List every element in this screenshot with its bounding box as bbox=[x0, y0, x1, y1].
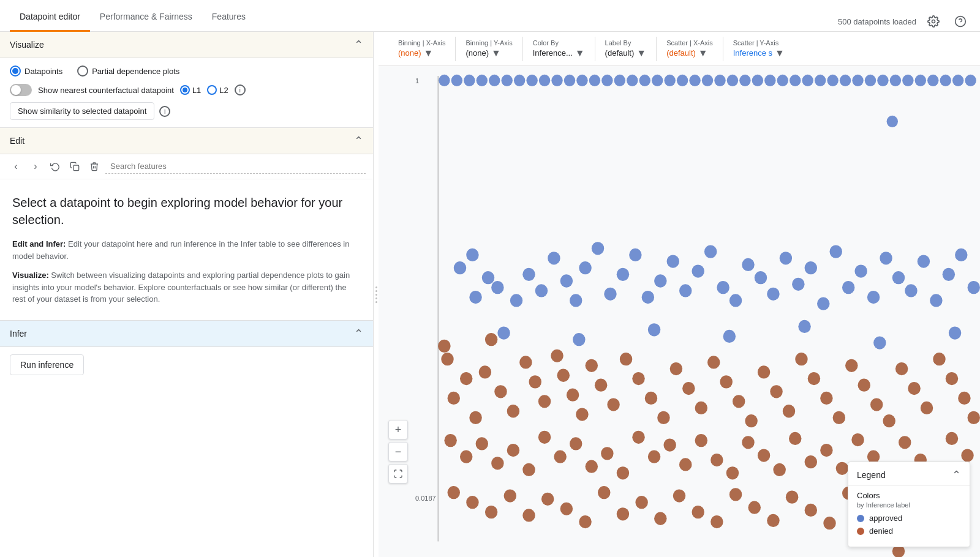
legend-collapse-btn[interactable]: ⌃ bbox=[952, 468, 961, 482]
l-norm-info-icon[interactable]: i bbox=[235, 84, 246, 95]
svg-point-193 bbox=[710, 515, 723, 528]
svg-point-140 bbox=[921, 402, 933, 414]
svg-point-50 bbox=[466, 249, 478, 261]
zoom-out-button[interactable]: − bbox=[388, 442, 408, 462]
run-inference-button[interactable]: Run inference bbox=[10, 354, 84, 375]
color-by-label: Color By bbox=[533, 39, 585, 47]
l1-option[interactable]: L1 bbox=[180, 85, 201, 95]
svg-point-45 bbox=[940, 75, 951, 86]
history-btn[interactable] bbox=[47, 158, 64, 175]
svg-point-115 bbox=[607, 398, 619, 411]
svg-point-125 bbox=[733, 395, 745, 408]
svg-point-82 bbox=[854, 264, 867, 277]
svg-point-80 bbox=[830, 245, 842, 258]
zoom-in-button[interactable]: + bbox=[388, 420, 408, 439]
settings-button[interactable] bbox=[924, 12, 943, 31]
zoom-controls: + − bbox=[388, 420, 408, 484]
undo-btn[interactable]: ‹ bbox=[7, 158, 24, 175]
counterfactual-toggle[interactable] bbox=[10, 84, 32, 96]
similarity-button[interactable]: Show similarity to selected datapoint bbox=[10, 102, 154, 120]
svg-point-86 bbox=[905, 284, 917, 297]
right-panel: Binning | X-Axis (none) ▼ Binning | Y-Ax… bbox=[379, 32, 980, 557]
svg-point-133 bbox=[833, 411, 845, 424]
binning-y-select[interactable]: (none) ▼ bbox=[466, 48, 512, 59]
search-features-input[interactable] bbox=[105, 159, 366, 174]
svg-point-69 bbox=[692, 264, 704, 277]
legend-body: Colors by Inference label approved denie… bbox=[848, 486, 970, 547]
fit-view-button[interactable] bbox=[388, 464, 408, 484]
similarity-info-icon[interactable]: i bbox=[159, 106, 170, 117]
scatter-area[interactable]: 1 0.0187 bbox=[379, 66, 980, 557]
svg-point-73 bbox=[742, 258, 754, 271]
copy-btn[interactable] bbox=[66, 158, 83, 175]
svg-point-189 bbox=[635, 496, 647, 509]
delete-btn[interactable] bbox=[86, 158, 103, 175]
svg-point-209 bbox=[485, 333, 497, 346]
counterfactual-toggle-row: Show nearest counterfactual datapoint L1… bbox=[10, 84, 363, 96]
scatter-x-select[interactable]: (default) ▼ bbox=[666, 48, 713, 59]
svg-point-78 bbox=[805, 261, 817, 274]
scatter-y-select[interactable]: Inference s ▼ bbox=[733, 48, 785, 59]
radio-partial-dependence[interactable]: Partial dependence plots bbox=[77, 65, 179, 77]
svg-point-195 bbox=[748, 501, 761, 514]
radio-datapoints[interactable]: Datapoints bbox=[10, 65, 62, 77]
svg-point-109 bbox=[551, 350, 563, 362]
edit-collapse-btn[interactable]: ⌃ bbox=[354, 134, 363, 148]
svg-point-22 bbox=[652, 75, 663, 86]
edit-para1-bold: Edit and Infer: bbox=[12, 239, 66, 249]
svg-point-105 bbox=[507, 405, 519, 417]
svg-point-199 bbox=[823, 517, 835, 529]
svg-point-149 bbox=[507, 444, 519, 457]
svg-point-33 bbox=[790, 75, 801, 86]
tab-features[interactable]: Features bbox=[202, 3, 255, 32]
svg-point-147 bbox=[476, 437, 488, 450]
svg-point-186 bbox=[579, 515, 591, 528]
svg-point-51 bbox=[482, 271, 494, 284]
svg-point-63 bbox=[617, 268, 629, 281]
header-controls: 500 datapoints loaded bbox=[838, 12, 970, 31]
svg-point-75 bbox=[767, 288, 779, 301]
svg-point-151 bbox=[538, 431, 551, 444]
binning-y-dropdown-group: Binning | Y-Axis (none) ▼ bbox=[456, 37, 522, 61]
l2-option[interactable]: L2 bbox=[207, 85, 228, 95]
svg-point-13 bbox=[539, 75, 550, 86]
edit-para-2: Visualize: Switch between visualizing da… bbox=[12, 269, 361, 305]
visualize-collapse-btn[interactable]: ⌃ bbox=[354, 38, 363, 51]
color-by-select[interactable]: Inference... ▼ bbox=[533, 48, 585, 59]
svg-point-114 bbox=[595, 379, 607, 392]
tab-datapoint-editor[interactable]: Datapoint editor bbox=[10, 3, 90, 32]
scatter-x-dropdown-group: Scatter | X-Axis (default) ▼ bbox=[657, 37, 723, 61]
svg-point-91 bbox=[968, 281, 980, 294]
svg-point-122 bbox=[695, 402, 707, 414]
svg-point-62 bbox=[604, 288, 616, 301]
l1-radio bbox=[180, 85, 190, 95]
svg-point-7 bbox=[464, 75, 475, 86]
legend-label-approved: approved bbox=[869, 514, 902, 523]
binning-x-select[interactable]: (none) ▼ bbox=[398, 48, 445, 59]
svg-point-64 bbox=[629, 249, 641, 261]
svg-point-19 bbox=[614, 75, 625, 86]
redo-btn[interactable]: › bbox=[27, 158, 44, 175]
svg-point-100 bbox=[460, 372, 472, 385]
svg-point-188 bbox=[617, 507, 629, 520]
panel-drag-handle[interactable] bbox=[374, 32, 379, 557]
viz-toolbar: Binning | X-Axis (none) ▼ Binning | Y-Ax… bbox=[379, 32, 980, 66]
legend-header: Legend ⌃ bbox=[848, 462, 970, 486]
label-by-dropdown-group: Label By (default) ▼ bbox=[595, 37, 657, 61]
label-by-select[interactable]: (default) ▼ bbox=[605, 48, 647, 59]
svg-point-30 bbox=[752, 75, 763, 86]
svg-point-179 bbox=[448, 486, 460, 499]
svg-point-136 bbox=[870, 398, 883, 411]
svg-point-120 bbox=[670, 362, 682, 375]
svg-point-56 bbox=[535, 284, 548, 297]
tab-performance-fairness[interactable]: Performance & Fairness bbox=[90, 3, 202, 32]
edit-para2-bold: Visualize: bbox=[12, 271, 49, 280]
svg-point-40 bbox=[877, 75, 888, 86]
svg-point-0 bbox=[932, 20, 935, 23]
svg-point-36 bbox=[827, 75, 838, 86]
help-button[interactable] bbox=[951, 12, 970, 31]
svg-point-79 bbox=[817, 297, 829, 310]
svg-point-55 bbox=[522, 268, 535, 281]
svg-point-194 bbox=[729, 488, 742, 501]
infer-collapse-btn[interactable]: ⌃ bbox=[354, 327, 363, 340]
